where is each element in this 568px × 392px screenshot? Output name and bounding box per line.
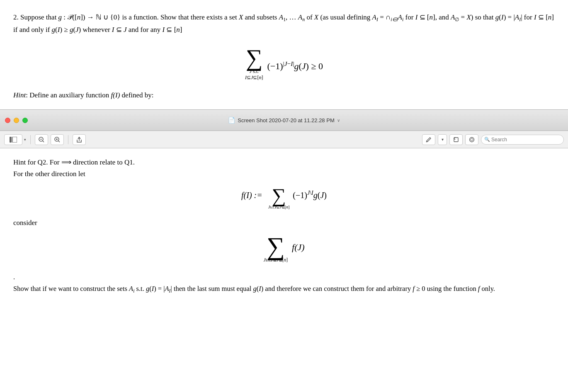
svg-line-4 bbox=[43, 140, 44, 142]
math-content-top: 2. Suppose that g : 𝒫([n]) → ℕ ∪ {0} is … bbox=[0, 0, 568, 109]
search-input[interactable] bbox=[481, 135, 564, 145]
markup-button[interactable] bbox=[422, 134, 435, 145]
search-wrapper: 🔍 bbox=[481, 135, 564, 145]
toolbar-right: ▾ 🔍 bbox=[422, 134, 564, 145]
titlebar: 📄 Screen Shot 2020-07-20 at 11.22.28 PM … bbox=[0, 109, 568, 131]
hint-q2-line2: For the other direction let bbox=[13, 168, 555, 180]
traffic-lights bbox=[5, 118, 28, 123]
markup-dropdown-button[interactable]: ▾ bbox=[438, 134, 447, 145]
toolbar-separator-2 bbox=[68, 135, 68, 144]
toolbar: ▾ bbox=[0, 131, 568, 148]
svg-rect-12 bbox=[454, 138, 458, 142]
svg-point-13 bbox=[470, 137, 474, 142]
rotate-icon bbox=[453, 137, 459, 143]
f-definition-formula: f(I) := ∑ Js.t.I⊆J⊆[n] (−1)J\Ig(J) bbox=[13, 187, 555, 210]
zoom-in-button[interactable] bbox=[51, 134, 64, 145]
rotate-button[interactable] bbox=[449, 134, 463, 145]
sidebar-toggle-button[interactable] bbox=[4, 134, 22, 145]
zoom-out-button[interactable] bbox=[35, 134, 48, 145]
seal-button[interactable] bbox=[465, 134, 478, 145]
toolbar-separator-1 bbox=[30, 135, 31, 144]
consider-label: consider bbox=[13, 217, 555, 229]
share-button[interactable] bbox=[73, 134, 86, 145]
svg-rect-1 bbox=[12, 137, 17, 143]
sidebar-toggle-icon bbox=[10, 137, 17, 143]
hint-text: Hint: Define an auxiliary function f(I) … bbox=[13, 90, 555, 101]
problem-number: 2. bbox=[13, 13, 19, 21]
zoom-out-icon bbox=[39, 137, 44, 143]
main-formula: ∑ J s.t. I⊆J⊆[n] (−1)|J−I|g(J) ≥ 0 bbox=[13, 48, 555, 81]
window-title: 📄 Screen Shot 2020-07-20 at 11.22.28 PM … bbox=[228, 117, 340, 123]
math-content-bottom: Hint for Q2. For ⟹ direction relate to Q… bbox=[0, 148, 568, 307]
hint-q2-line1: Hint for Q2. For ⟹ direction relate to Q… bbox=[13, 157, 555, 168]
consider-formula: ∑ Js.t.I⊆J⊆[n] f(J) bbox=[13, 235, 555, 263]
sidebar-dropdown-arrow[interactable]: ▾ bbox=[24, 138, 26, 142]
problem-statement: 2. Suppose that g : 𝒫([n]) → ℕ ∪ {0} is … bbox=[13, 12, 555, 36]
window-title-text: Screen Shot 2020-07-20 at 11.22.28 PM bbox=[238, 117, 334, 123]
title-chevron-icon[interactable]: ∨ bbox=[337, 118, 340, 123]
maximize-button[interactable] bbox=[22, 118, 28, 123]
close-button[interactable] bbox=[5, 118, 10, 123]
share-icon bbox=[76, 136, 82, 143]
svg-point-14 bbox=[471, 138, 473, 141]
hint-label: Hint bbox=[13, 91, 26, 99]
hint-q2: Hint for Q2. For ⟹ direction relate to Q… bbox=[13, 157, 555, 180]
minimize-button[interactable] bbox=[14, 118, 19, 123]
document-icon: 📄 bbox=[228, 117, 235, 123]
bottom-note: . Show that if we want to construct the … bbox=[13, 271, 555, 295]
svg-rect-0 bbox=[10, 137, 12, 143]
svg-line-8 bbox=[58, 140, 60, 142]
circle-stamp-icon bbox=[469, 137, 475, 143]
zoom-in-icon bbox=[54, 137, 60, 143]
chevron-down-icon: ▾ bbox=[442, 137, 444, 142]
pencil-icon bbox=[426, 137, 432, 143]
